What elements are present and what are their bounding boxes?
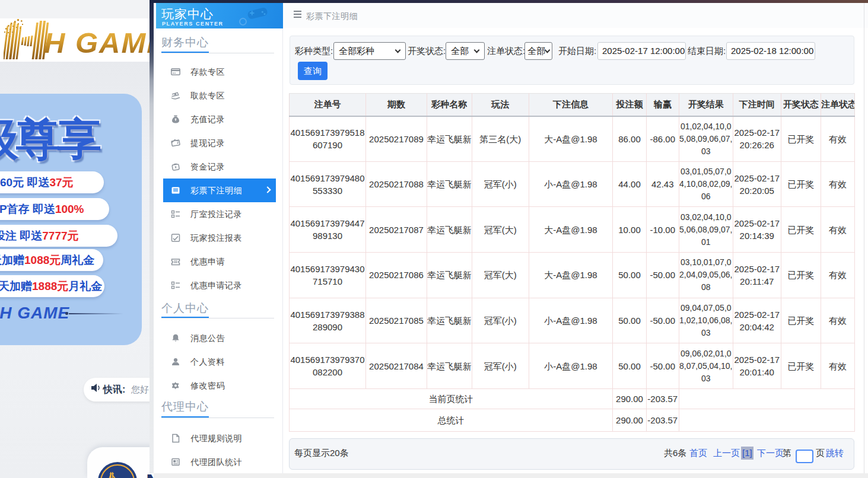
svg-text:H GAME: H GAME (44, 27, 152, 59)
